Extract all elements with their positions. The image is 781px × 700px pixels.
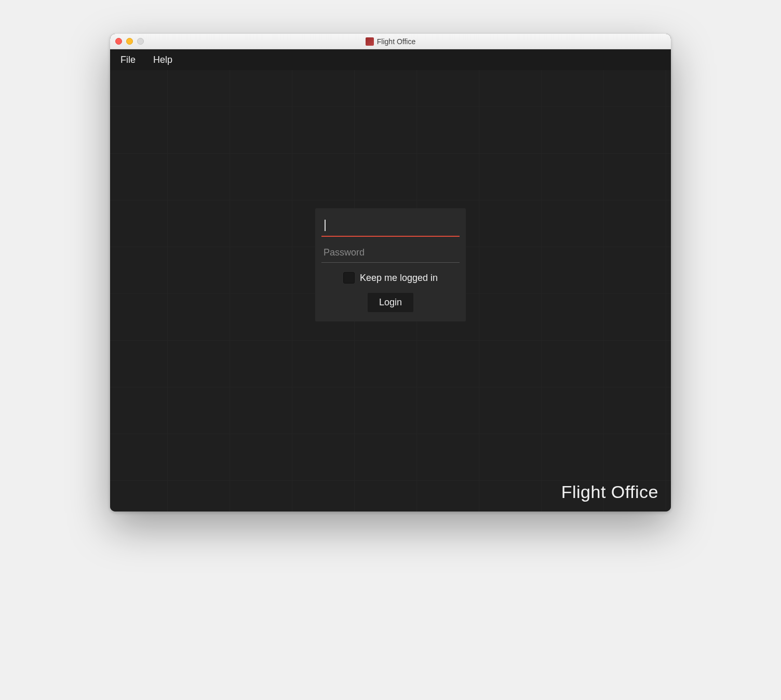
password-input[interactable] <box>321 243 460 263</box>
menu-help[interactable]: Help <box>149 52 177 68</box>
menu-file[interactable]: File <box>116 52 140 68</box>
keep-logged-in-row: Keep me logged in <box>321 272 460 284</box>
keep-logged-in-checkbox[interactable] <box>343 272 355 284</box>
close-window-button[interactable] <box>115 38 122 45</box>
traffic-lights <box>115 38 144 45</box>
app-content: Keep me logged in Login Flight Office <box>110 70 671 511</box>
maximize-window-button[interactable] <box>137 38 144 45</box>
username-input[interactable] <box>321 217 460 237</box>
password-field-wrapper <box>321 243 460 263</box>
window-title-container: Flight Office <box>110 37 671 46</box>
login-button-row: Login <box>321 293 460 312</box>
titlebar: Flight Office <box>110 34 671 49</box>
username-field-wrapper <box>321 217 460 237</box>
brand-label: Flight Office <box>561 482 658 502</box>
login-button[interactable]: Login <box>368 293 413 312</box>
text-caret <box>325 220 326 231</box>
keep-logged-in-label: Keep me logged in <box>360 273 438 284</box>
menubar: File Help <box>110 49 671 70</box>
login-panel: Keep me logged in Login <box>315 208 466 321</box>
app-window: Flight Office File Help Keep me logged i… <box>110 34 671 511</box>
minimize-window-button[interactable] <box>126 38 133 45</box>
app-icon <box>366 37 374 46</box>
window-title: Flight Office <box>377 37 415 46</box>
